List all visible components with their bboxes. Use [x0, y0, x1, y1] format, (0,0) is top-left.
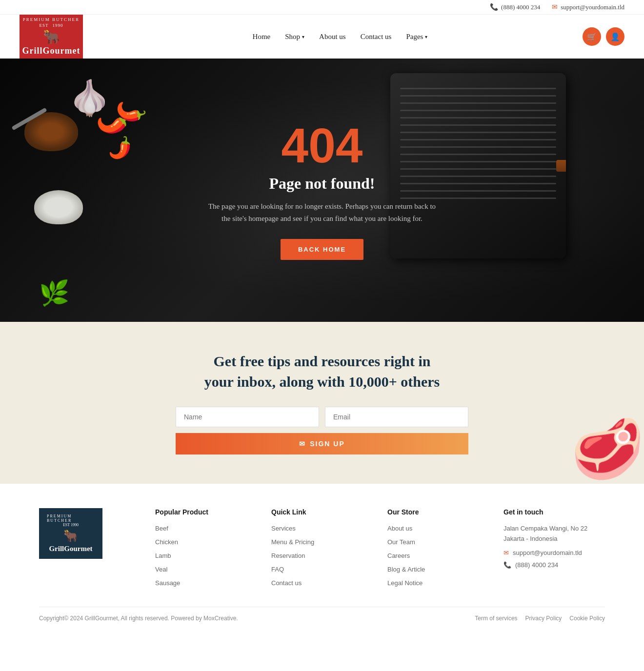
site-header: PREMIUM BUTCHER EST 1990 🐂 GrillGourmet … — [0, 15, 644, 59]
herb-decoration: 🌿 — [39, 279, 69, 307]
footer-phone-item: 📞 (888) 4000 234 — [503, 561, 605, 569]
footer-cookie-link[interactable]: Cookie Policy — [569, 615, 605, 622]
pages-dropdown-arrow: ▾ — [425, 34, 427, 39]
footer-link-services[interactable]: Services — [271, 525, 296, 532]
back-home-button[interactable]: BACK HOME — [281, 239, 363, 260]
pan-handle — [556, 160, 566, 172]
footer-privacy-link[interactable]: Privacy Policy — [525, 615, 562, 622]
footer-link-chicken[interactable]: Chicken — [155, 538, 178, 546]
footer-logo[interactable]: PREMIUM BUTCHER EST 1990 🐂 GrillGourmet — [39, 508, 102, 559]
logo[interactable]: PREMIUM BUTCHER EST 1990 🐂 GrillGourmet — [20, 15, 83, 59]
footer-quick-link: Quick Link Services Menu & Pricing Reser… — [271, 508, 373, 587]
footer-logo-est: EST 1990 — [63, 523, 79, 527]
newsletter-inputs — [176, 407, 468, 427]
logo-premium-text: PREMIUM BUTCHER — [23, 17, 80, 22]
footer-link-veal[interactable]: Veal — [155, 566, 167, 573]
footer-contact-info: Jalan Cempaka Wangi, No 22 Jakarta - Ind… — [503, 524, 605, 569]
footer-get-in-touch: Get in touch Jalan Cempaka Wangi, No 22 … — [503, 508, 605, 587]
error-title: Page not found! — [205, 175, 439, 193]
nav-contact[interactable]: Contact us — [361, 33, 392, 41]
email-contact[interactable]: ✉ support@yourdomain.tld — [552, 3, 624, 11]
food-decorations-left: 🧄 🌶️ 🌶️ 🌶️ 🌿 — [0, 59, 156, 322]
footer-logo-cow: 🐂 — [63, 529, 78, 543]
footer-phone-icon: 📞 — [503, 561, 511, 569]
footer-link-about[interactable]: About us — [387, 525, 412, 532]
footer-bottom: Copyright© 2024 GrillGourmet, All rights… — [39, 607, 605, 630]
logo-est-line: EST 1990 — [39, 23, 63, 28]
name-input[interactable] — [176, 407, 319, 427]
footer-logo-premium: PREMIUM BUTCHER — [47, 514, 95, 523]
chili2-decoration: 🌶️ — [105, 135, 133, 161]
site-footer: PREMIUM BUTCHER EST 1990 🐂 GrillGourmet … — [0, 484, 644, 630]
footer-popular-product: Popular Product Beef Chicken Lamb Veal S… — [155, 508, 257, 587]
footer-email-item: ✉ support@yourdomain.tld — [503, 549, 605, 556]
footer-link-legal[interactable]: Legal Notice — [387, 579, 423, 587]
phone-contact[interactable]: 📞 (888) 4000 234 — [490, 3, 540, 11]
user-button[interactable]: 👤 — [606, 27, 624, 46]
main-nav: Home Shop ▾ About us Contact us Pages ▾ — [98, 33, 583, 41]
error-code: 404 — [205, 121, 439, 170]
email-icon-btn: ✉ — [299, 440, 306, 448]
footer-quicklink-title: Quick Link — [271, 508, 373, 516]
nav-pages[interactable]: Pages ▾ — [406, 33, 427, 41]
footer-link-faq[interactable]: FAQ — [271, 566, 284, 573]
footer-store-links: About us Our Team Careers Blog & Article… — [387, 524, 489, 587]
pepper-bowl-decoration — [34, 190, 83, 224]
footer-email-icon: ✉ — [503, 549, 509, 556]
footer-phone: (888) 4000 234 — [515, 561, 558, 569]
footer-email: support@yourdomain.tld — [513, 549, 582, 556]
newsletter-form: ✉ SIGN UP — [176, 407, 468, 454]
logo-year: 1990 — [53, 23, 63, 28]
error-description: The page you are looking for no longer e… — [205, 200, 439, 225]
email-address: support@yourdomain.tld — [561, 3, 624, 11]
footer-link-lamb[interactable]: Lamb — [155, 552, 171, 559]
footer-terms-link[interactable]: Term of services — [475, 615, 517, 622]
phone-icon: 📞 — [490, 3, 498, 11]
logo-brand-name: GrillGourmet — [22, 46, 80, 56]
shop-dropdown-arrow: ▾ — [302, 34, 304, 39]
footer-quicklink-links: Services Menu & Pricing Reservation FAQ … — [271, 524, 373, 587]
footer-link-blog[interactable]: Blog & Article — [387, 566, 425, 573]
logo-cow-icon: 🐂 — [43, 29, 60, 45]
footer-link-menu-pricing[interactable]: Menu & Pricing — [271, 538, 314, 546]
copyright-text: Copyright© 2024 GrillGourmet, All rights… — [39, 615, 238, 622]
logo-est: EST — [39, 23, 48, 28]
email-input[interactable] — [325, 407, 468, 427]
email-icon: ✉ — [552, 3, 558, 11]
footer-touch-title: Get in touch — [503, 508, 605, 516]
nav-shop[interactable]: Shop ▾ — [285, 33, 304, 41]
footer-link-contact[interactable]: Contact us — [271, 579, 302, 587]
signup-button[interactable]: ✉ SIGN UP — [176, 433, 468, 454]
footer-bottom-links: Term of services Privacy Policy Cookie P… — [475, 615, 605, 622]
footer-popular-links: Beef Chicken Lamb Veal Sausage — [155, 524, 257, 587]
error-content: 404 Page not found! The page you are loo… — [195, 101, 449, 279]
footer-address: Jalan Cempaka Wangi, No 22 Jakarta - Ind… — [503, 524, 605, 544]
footer-grid: PREMIUM BUTCHER EST 1990 🐂 GrillGourmet … — [39, 508, 605, 607]
top-bar: 📞 (888) 4000 234 ✉ support@yourdomain.tl… — [0, 0, 644, 15]
footer-link-beef[interactable]: Beef — [155, 525, 168, 532]
phone-number: (888) 4000 234 — [501, 3, 540, 11]
footer-popular-title: Popular Product — [155, 508, 257, 516]
newsletter-title: Get free tips and resources right in you… — [200, 351, 444, 392]
footer-link-reservation[interactable]: Reservation — [271, 552, 305, 559]
nav-home[interactable]: Home — [253, 33, 271, 41]
footer-link-team[interactable]: Our Team — [387, 538, 415, 546]
header-actions: 🛒 👤 — [583, 27, 624, 46]
footer-brand-name: GrillGourmet — [49, 545, 92, 553]
signup-label: SIGN UP — [310, 440, 345, 448]
hero-404-section: 🧄 🌶️ 🌶️ 🌶️ 🌿 — [0, 59, 644, 322]
footer-link-sausage[interactable]: Sausage — [155, 579, 180, 587]
nav-about[interactable]: About us — [319, 33, 346, 41]
footer-our-store: Our Store About us Our Team Careers Blog… — [387, 508, 489, 587]
cart-button[interactable]: 🛒 — [583, 27, 601, 46]
footer-logo-area: PREMIUM BUTCHER EST 1990 🐂 GrillGourmet — [39, 508, 141, 587]
footer-link-careers[interactable]: Careers — [387, 552, 410, 559]
steak-decoration: 🥩 — [571, 415, 644, 484]
newsletter-section: Get free tips and resources right in you… — [0, 322, 644, 484]
footer-store-title: Our Store — [387, 508, 489, 516]
